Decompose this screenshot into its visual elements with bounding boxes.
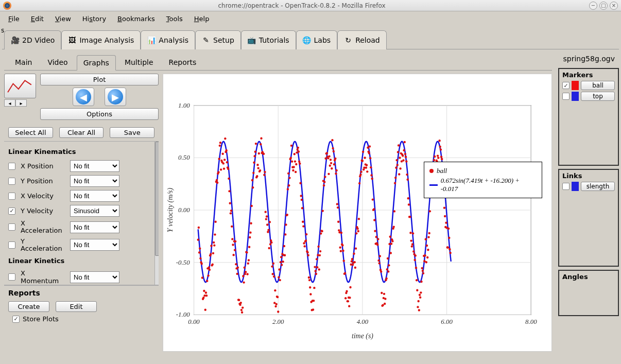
checkbox[interactable] bbox=[8, 241, 15, 249]
checkbox[interactable] bbox=[8, 163, 15, 170]
svg-point-24 bbox=[198, 227, 200, 229]
thumb-scroll-right[interactable]: ▸ bbox=[15, 99, 27, 107]
fit-select[interactable]: No fit bbox=[70, 221, 119, 233]
edit-button[interactable]: Edit bbox=[56, 301, 97, 312]
fit-select[interactable]: No fit bbox=[70, 239, 119, 251]
minimize-button[interactable]: − bbox=[589, 2, 597, 10]
svg-point-179 bbox=[291, 160, 293, 162]
svg-point-264 bbox=[342, 250, 344, 252]
svg-point-117 bbox=[253, 155, 255, 157]
analysis-icon: 📊 bbox=[147, 36, 156, 44]
plot-button[interactable]: Plot bbox=[40, 74, 159, 85]
clear-all-button[interactable]: Clear All bbox=[59, 127, 104, 138]
svg-point-355 bbox=[397, 151, 399, 153]
fit-select[interactable]: No fit bbox=[70, 271, 119, 283]
angles-heading: Angles bbox=[562, 273, 615, 281]
save-button[interactable]: Save bbox=[110, 127, 154, 138]
store-plots-checkbox[interactable] bbox=[12, 316, 20, 323]
checkbox[interactable] bbox=[562, 183, 570, 190]
kin-label: X Momentum bbox=[21, 269, 65, 285]
svg-point-152 bbox=[274, 305, 277, 307]
svg-point-184 bbox=[294, 160, 296, 162]
svg-point-40 bbox=[207, 274, 209, 276]
svg-point-64 bbox=[221, 153, 223, 155]
svg-point-119 bbox=[255, 143, 257, 145]
close-button[interactable]: × bbox=[610, 2, 618, 10]
svg-point-280 bbox=[352, 264, 354, 266]
plot-thumbnail[interactable] bbox=[4, 74, 36, 98]
thumb-scroll-left[interactable]: ◂ bbox=[4, 99, 15, 107]
svg-point-52 bbox=[214, 221, 216, 223]
svg-point-177 bbox=[290, 157, 292, 159]
svg-point-128 bbox=[260, 137, 262, 140]
menu-file[interactable]: File bbox=[4, 13, 24, 25]
create-button[interactable]: Create bbox=[8, 301, 49, 312]
sub-tab-video[interactable]: Video bbox=[41, 55, 74, 70]
svg-point-113 bbox=[251, 179, 253, 181]
select-all-button[interactable]: Select All bbox=[8, 127, 53, 138]
svg-point-221 bbox=[316, 266, 318, 268]
svg-point-114 bbox=[252, 186, 254, 188]
checkbox[interactable] bbox=[8, 223, 15, 231]
svg-point-342 bbox=[389, 236, 391, 238]
tutorials-icon: 📺 bbox=[248, 36, 256, 44]
maximize-button[interactable]: □ bbox=[599, 2, 608, 10]
svg-point-192 bbox=[299, 162, 301, 164]
svg-point-107 bbox=[248, 259, 250, 261]
menu-edit[interactable]: Edit bbox=[27, 13, 48, 25]
svg-point-57 bbox=[217, 171, 219, 173]
checkbox[interactable] bbox=[8, 207, 15, 215]
sub-tab-reports[interactable]: Reports bbox=[162, 55, 203, 70]
svg-point-138 bbox=[266, 223, 268, 226]
main-tab-labs[interactable]: 🌐Labs bbox=[296, 30, 338, 49]
svg-point-104 bbox=[246, 251, 248, 253]
svg-point-285 bbox=[355, 248, 357, 250]
menu-help[interactable]: Help bbox=[190, 13, 214, 25]
checkbox[interactable] bbox=[8, 178, 15, 185]
sub-tab-main[interactable]: Main bbox=[8, 55, 39, 70]
fit-select[interactable]: No fit bbox=[70, 175, 119, 187]
checkbox[interactable] bbox=[8, 193, 15, 200]
svg-point-312 bbox=[371, 178, 373, 180]
checkbox[interactable] bbox=[562, 82, 570, 89]
main-tab-analysis[interactable]: 📊Analysis bbox=[141, 30, 195, 49]
menu-tools[interactable]: Tools bbox=[162, 13, 187, 25]
checkbox[interactable] bbox=[8, 273, 15, 281]
link-button[interactable]: slength bbox=[581, 182, 615, 191]
sub-tab-multiple[interactable]: Multiple bbox=[118, 55, 160, 70]
svg-point-432 bbox=[443, 206, 445, 209]
fit-select[interactable]: Sinusoid bbox=[70, 205, 119, 217]
fit-select[interactable]: No fit bbox=[70, 190, 119, 202]
main-tab-reload[interactable]: ↻Reload bbox=[337, 30, 387, 49]
next-button[interactable]: ▶ bbox=[105, 88, 126, 106]
svg-point-358 bbox=[399, 157, 401, 159]
svg-point-427 bbox=[440, 156, 442, 158]
svg-point-385 bbox=[415, 267, 417, 269]
menu-view[interactable]: View bbox=[51, 13, 75, 25]
prev-button[interactable]: ◀ bbox=[73, 88, 94, 106]
marker-button[interactable]: top bbox=[581, 92, 615, 101]
main-tab-image-analysis[interactable]: 🖼Image Analysis bbox=[61, 30, 141, 49]
svg-text:0.00: 0.00 bbox=[178, 206, 190, 214]
menu-history[interactable]: History bbox=[78, 13, 110, 25]
svg-point-404 bbox=[426, 256, 428, 258]
menu-bookmarks[interactable]: Bookmarks bbox=[113, 13, 159, 25]
options-button[interactable]: Options bbox=[40, 108, 159, 120]
svg-point-391 bbox=[419, 294, 421, 296]
checkbox[interactable] bbox=[562, 93, 570, 100]
main-tab-2d-video[interactable]: 🎥2D Video bbox=[4, 30, 61, 49]
main-tab-setup[interactable]: ✎Setup bbox=[195, 30, 241, 49]
marker-button[interactable]: ball bbox=[581, 81, 615, 90]
scrollbar[interactable] bbox=[154, 142, 159, 285]
svg-point-363 bbox=[402, 154, 404, 157]
main-tab-tutorials[interactable]: 📺Tutorials bbox=[241, 30, 296, 49]
svg-point-249 bbox=[333, 163, 335, 165]
fit-select[interactable]: No fit bbox=[70, 160, 119, 172]
svg-point-282 bbox=[353, 253, 355, 255]
svg-point-85 bbox=[234, 240, 236, 242]
sub-tab-graphs[interactable]: Graphs bbox=[77, 55, 116, 71]
svg-point-396 bbox=[422, 270, 424, 272]
svg-point-94 bbox=[240, 302, 242, 304]
svg-point-323 bbox=[377, 259, 380, 262]
svg-point-60 bbox=[219, 142, 221, 144]
